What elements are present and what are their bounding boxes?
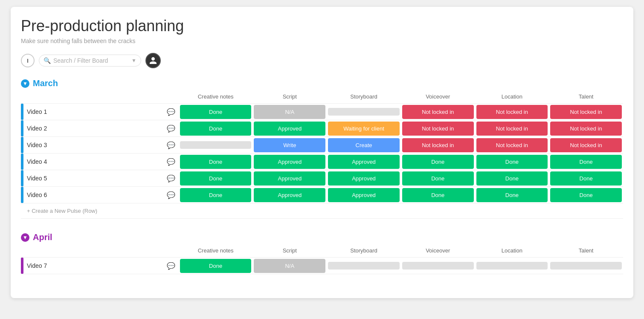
status-cell[interactable] [327,258,401,274]
status-cell[interactable]: Done [401,170,475,187]
row-name-cell: Video 7💬 [21,258,179,274]
sections-container: ▼MarchCreative notesScriptStoryboardVoic… [21,78,623,274]
row-name-cell: Video 1💬 [21,104,179,120]
status-cell[interactable]: Done [475,154,549,170]
section-collapse-march[interactable]: ▼ [21,79,29,88]
row-name-text: Video 3 [27,142,163,148]
status-badge: Done [402,155,474,169]
status-cell[interactable]: Approved [327,154,401,170]
status-cell[interactable]: N/A [252,104,327,120]
status-badge [550,262,622,270]
status-cell[interactable]: Not locked in [549,120,623,137]
status-cell[interactable] [179,137,253,154]
status-badge: Done [180,155,252,169]
status-cell[interactable]: Approved [252,154,327,170]
status-cell[interactable]: Done [179,104,253,120]
status-badge [180,141,252,149]
status-cell[interactable] [549,258,623,274]
status-badge: Not locked in [550,122,622,136]
row-color-bar [21,104,23,120]
status-badge: Done [402,171,474,186]
table-row: Video 6💬DoneApprovedApprovedDoneDoneDone [21,187,623,203]
status-cell[interactable]: Approved [252,120,327,137]
status-cell[interactable]: Not locked in [549,137,623,154]
status-cell[interactable]: Done [475,187,549,203]
col-header-storyboard: Storyboard [327,90,401,104]
comment-icon[interactable]: 💬 [167,191,175,199]
comment-icon[interactable]: 💬 [167,108,175,116]
col-header-location: Location [475,244,549,258]
status-cell[interactable]: Done [179,187,253,203]
comment-icon[interactable]: 💬 [167,262,175,270]
row-name-text: Video 4 [27,158,163,165]
create-row-label[interactable]: + Create a New Pulse (Row) [21,203,623,219]
section-header-april: ▼April [21,232,623,242]
table-row: Video 3💬WriteCreateNot locked inNot lock… [21,137,623,154]
status-badge: Done [476,155,548,169]
status-cell[interactable]: Approved [252,170,327,187]
status-cell[interactable]: Approved [327,187,401,203]
status-cell[interactable]: Done [179,154,253,170]
status-cell[interactable]: Not locked in [401,104,475,120]
status-badge: Done [180,122,252,136]
status-badge [402,262,474,270]
status-cell[interactable]: Create [327,137,401,154]
status-cell[interactable]: Waiting for client [327,120,401,137]
col-header-name [21,90,179,104]
board-container: Pre-production planning Make sure nothin… [11,7,633,298]
table-row: Video 2💬DoneApprovedWaiting for clientNo… [21,120,623,137]
status-cell[interactable]: Done [401,154,475,170]
status-cell[interactable]: Done [549,154,623,170]
status-badge: Done [180,105,252,119]
status-badge [476,262,548,270]
avatar-icon [149,56,157,65]
status-badge: Approved [328,188,400,202]
status-cell[interactable] [327,104,401,120]
row-color-bar [21,187,23,203]
comment-icon[interactable]: 💬 [167,158,175,166]
row-name-text: Video 7 [27,262,163,269]
status-cell[interactable] [401,258,475,274]
section-march: ▼MarchCreative notesScriptStoryboardVoic… [21,78,623,219]
status-cell[interactable]: Done [549,170,623,187]
table-row: Video 4💬DoneApprovedApprovedDoneDoneDone [21,154,623,170]
search-dropdown-icon[interactable]: ▼ [131,58,136,64]
create-row[interactable]: + Create a New Pulse (Row) [21,203,623,219]
table-row: Video 7💬DoneN/A [21,258,623,274]
col-header-script: Script [252,244,327,258]
table-row: Video 5💬DoneApprovedApprovedDoneDoneDone [21,170,623,187]
status-cell[interactable]: Done [179,258,253,274]
comment-icon[interactable]: 💬 [167,125,175,133]
status-cell[interactable]: Approved [327,170,401,187]
status-cell[interactable]: Done [549,187,623,203]
row-color-bar [21,154,23,170]
search-placeholder: Search / Filter Board [53,57,129,64]
status-cell[interactable]: Done [179,170,253,187]
toolbar-toggle-button[interactable]: I [21,54,35,67]
status-cell[interactable]: Not locked in [401,120,475,137]
status-cell[interactable]: Done [475,170,549,187]
section-title-march: March [33,78,58,88]
col-header-location: Location [475,90,549,104]
status-cell[interactable]: Done [401,187,475,203]
status-badge: Done [550,155,622,169]
avatar-button[interactable] [145,53,161,68]
status-cell[interactable]: Not locked in [475,104,549,120]
row-name-cell: Video 3💬 [21,137,179,154]
status-badge: Done [476,171,548,186]
status-cell[interactable]: Not locked in [549,104,623,120]
status-cell[interactable] [475,258,549,274]
comment-icon[interactable]: 💬 [167,141,175,149]
comment-icon[interactable]: 💬 [167,174,175,183]
status-cell[interactable]: Not locked in [475,137,549,154]
status-cell[interactable]: Done [179,120,253,137]
status-cell[interactable]: N/A [252,258,327,274]
status-badge: Approved [328,155,400,169]
status-cell[interactable]: Approved [252,187,327,203]
search-bar[interactable]: 🔍 Search / Filter Board ▼ [39,55,141,67]
status-cell[interactable]: Not locked in [475,120,549,137]
status-cell[interactable]: Write [252,137,327,154]
status-badge: Approved [254,122,325,136]
section-collapse-april[interactable]: ▼ [21,233,29,242]
status-cell[interactable]: Not locked in [401,137,475,154]
